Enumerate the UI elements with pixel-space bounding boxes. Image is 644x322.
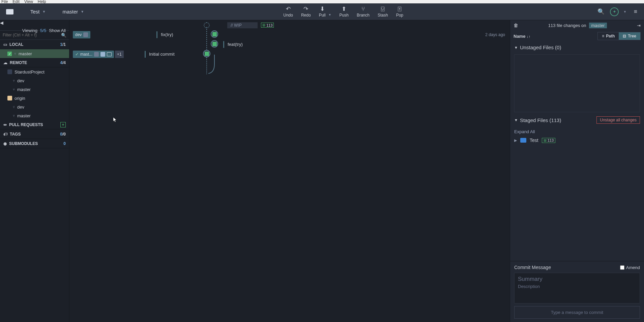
view-toggle: ≡Path ⊟Tree — [597, 32, 641, 40]
laptop-icon — [107, 52, 112, 56]
commit-row-3[interactable]: ✓ mast... +1 Initial commit — [69, 49, 510, 59]
unstaged-dropzone[interactable] — [514, 54, 640, 112]
check-icon: ✓ — [7, 52, 12, 56]
viewing-count: 5/5 — [40, 28, 46, 33]
pop-button[interactable]: ⍐Pop — [396, 6, 403, 18]
branch-icon: ⑂ — [13, 105, 15, 109]
remote-origin[interactable]: origin — [0, 94, 69, 103]
tags-count-b: /0 — [62, 132, 66, 137]
tag-label: dev — [75, 32, 82, 37]
add-pr-button[interactable]: + — [60, 122, 66, 127]
remote-section-header[interactable]: ☁ REMOTE 4/4 — [0, 58, 69, 67]
collapse-icon[interactable]: ▼ — [514, 118, 518, 122]
path-view-button[interactable]: ≡Path — [598, 32, 619, 40]
description-input[interactable]: Description — [518, 284, 636, 289]
right-panel: 🗑 113 file changes on master ⇥ Name ↓↑ ≡… — [510, 20, 644, 322]
more-badges[interactable]: +1 — [115, 51, 124, 58]
bar-marker — [145, 51, 146, 58]
search-button[interactable]: 🔍 — [596, 7, 605, 16]
redo-button[interactable]: ↷Redo — [301, 6, 311, 18]
submodules-count: 0 — [63, 141, 66, 146]
close-panel-button[interactable]: ⇥ — [637, 23, 641, 28]
stash-button[interactable]: ⍌Stash — [378, 6, 388, 18]
summary-input[interactable]: Summary — [518, 276, 636, 283]
tags-section-header[interactable]: 🏷 TAGS 0/0 — [0, 129, 69, 139]
breadcrumb-repo-label: Test — [30, 9, 40, 14]
branch-icon: ⑂ — [14, 52, 16, 56]
pop-label: Pop — [396, 13, 403, 18]
staged-header: ▼ Staged Files (113) Unstage all changes — [510, 114, 644, 126]
branch-label: Branch — [357, 13, 370, 18]
unstage-all-button[interactable]: Unstage all changes — [596, 116, 640, 124]
tags-title: TAGS — [10, 132, 21, 137]
toolbar-right: 🔍 ✦ ▼ ≡ — [596, 7, 644, 16]
branch-tag-master[interactable]: ✓ mast... — [73, 51, 114, 58]
tree-view-button[interactable]: ⊟Tree — [619, 32, 640, 40]
amend-checkbox[interactable] — [620, 265, 624, 270]
sort-row: Name ↓↑ ≡Path ⊟Tree — [510, 30, 644, 42]
back-button[interactable]: ◀ — [0, 20, 69, 25]
push-button[interactable]: ⬆Push — [340, 6, 349, 18]
sort-name-button[interactable]: Name ↓↑ — [514, 34, 530, 39]
amend-toggle[interactable]: Amend — [620, 265, 640, 270]
sort-icon: ↓↑ — [527, 34, 530, 38]
undo-icon: ↶ — [285, 6, 292, 12]
commit-button[interactable]: Type a message to commit — [514, 306, 640, 319]
top-toolbar: Test ▼ master ▼ ↶Undo ↷Redo ⬇Pull ▼ ⬆Pus… — [0, 3, 644, 20]
commit-graph: // WIP ⊞113 dev fix(try) 2 days ago feat… — [69, 20, 510, 322]
branch-button[interactable]: ⑂Branch — [357, 6, 370, 18]
search-icon: 🔍 — [597, 8, 605, 15]
commit-row-1[interactable]: dev fix(try) 2 days ago — [69, 30, 510, 39]
avatar-icon — [83, 32, 88, 37]
remote-stardust-master[interactable]: ⑂master — [0, 85, 69, 94]
tag-icon: 🏷 — [3, 132, 7, 137]
remote-origin-dev[interactable]: ⑂dev — [0, 103, 69, 111]
wip-row[interactable]: // WIP ⊞113 — [69, 20, 510, 30]
local-branch-master[interactable]: ✓ ⑂ master — [0, 49, 69, 58]
list-icon: ≡ — [602, 34, 604, 38]
viewing-row: ◀ Viewing 5/5 Show All — [0, 20, 69, 30]
bar-marker — [156, 31, 157, 38]
remote-stardust-dev[interactable]: ⑂dev — [0, 76, 69, 85]
expand-all-button[interactable]: Expand All — [514, 128, 640, 136]
pull-dropdown-icon[interactable]: ▼ — [328, 13, 331, 17]
undo-label: Undo — [283, 13, 293, 18]
pr-section-header[interactable]: ⇔ PULL REQUESTS + — [0, 120, 69, 129]
remote-title: REMOTE — [10, 60, 27, 65]
changes-branch-badge: master — [589, 23, 607, 28]
commit-message: fix(try) — [161, 32, 173, 37]
bar-marker — [223, 41, 224, 48]
remote-origin-master[interactable]: ⑂master — [0, 111, 69, 120]
laptop-icon: ▭ — [3, 42, 7, 47]
undo-button[interactable]: ↶Undo — [283, 6, 293, 18]
settings-button[interactable]: ≡ — [631, 7, 640, 16]
remote-stardust[interactable]: StardustProject — [0, 67, 69, 76]
file-count-badge: ⊞113 — [542, 138, 555, 143]
amend-label: Amend — [626, 265, 640, 270]
local-count-a: 1 — [60, 42, 62, 47]
breadcrumb-branch[interactable]: master ▼ — [56, 3, 90, 20]
staged-folder-row[interactable]: ▶ Test ⊞113 — [514, 136, 640, 145]
push-icon: ⬆ — [341, 6, 347, 12]
branch-icon: ⑂ — [13, 79, 15, 83]
profile-button[interactable]: ✦ — [610, 7, 619, 16]
mouse-cursor — [113, 117, 117, 123]
remote-icon — [7, 69, 12, 74]
commit-message-box[interactable]: Summary Description — [514, 273, 640, 303]
tag-label: mast... — [80, 52, 92, 57]
breadcrumb-root[interactable] — [0, 3, 20, 20]
pull-button[interactable]: ⬇Pull — [319, 6, 326, 18]
commit-row-2[interactable]: feat(try) — [69, 39, 510, 49]
commit-message: Initial commit — [149, 52, 175, 57]
unstaged-header[interactable]: ▼ Unstaged Files (0) — [510, 42, 644, 53]
viewing-label: Viewing — [22, 28, 37, 33]
local-section-header[interactable]: ▭ LOCAL 1/1 — [0, 40, 69, 49]
show-all-button[interactable]: Show All — [49, 28, 66, 33]
submodules-section-header[interactable]: ◉ SUBMODULES 0 — [0, 139, 69, 148]
branch-tag-dev[interactable]: dev — [73, 31, 90, 38]
breadcrumb-repo[interactable]: Test ▼ — [24, 3, 52, 20]
toolbar-actions: ↶Undo ↷Redo ⬇Pull ▼ ⬆Push ⑂Branch ⍌Stash… — [90, 6, 596, 18]
trash-button[interactable]: 🗑 — [514, 23, 518, 28]
menu-bar: File Edit View Help — [0, 0, 644, 3]
profile-dropdown-icon[interactable]: ▼ — [623, 10, 626, 13]
